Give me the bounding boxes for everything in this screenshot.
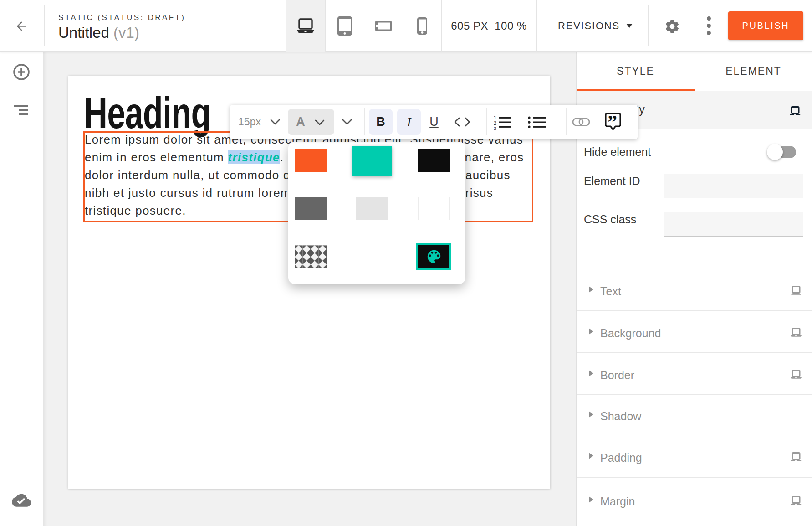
svg-text:2: 2 xyxy=(494,120,496,126)
svg-text:3: 3 xyxy=(494,126,496,131)
svg-text:”: ” xyxy=(608,112,617,133)
svg-text:1: 1 xyxy=(494,115,496,120)
